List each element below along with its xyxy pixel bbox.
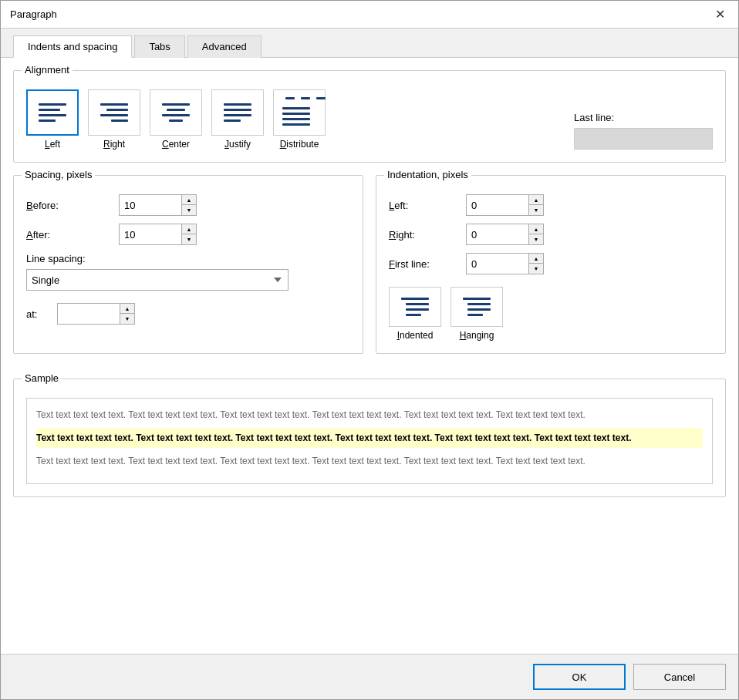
alignment-buttons-row: Left Right bbox=[26, 89, 713, 150]
align-center-button[interactable]: Center bbox=[150, 89, 202, 150]
after-label: After: bbox=[26, 229, 119, 241]
spacing-section: Spacing, pixels Before: ▲ ▼ After: bbox=[13, 175, 363, 354]
sample-box: Text text text text text. Text text text… bbox=[26, 398, 713, 484]
align-center-label: Center bbox=[162, 139, 190, 150]
last-line-select[interactable] bbox=[574, 128, 713, 150]
at-input[interactable] bbox=[58, 304, 120, 324]
before-label: Before: bbox=[26, 200, 119, 211]
line-spacing-select[interactable]: Single 1.5 lines Double At least Exactly… bbox=[26, 269, 289, 291]
line-spacing-label: Line spacing: bbox=[26, 253, 86, 264]
indent-right-input[interactable] bbox=[467, 224, 528, 244]
indent-right-row: Right: ▲ ▼ bbox=[389, 224, 713, 245]
align-right-label: Right bbox=[103, 139, 125, 150]
before-input[interactable] bbox=[120, 195, 181, 215]
align-distribute-label: Distribute bbox=[280, 139, 319, 150]
align-right-button[interactable]: Right bbox=[88, 89, 140, 150]
indent-left-increment[interactable]: ▲ bbox=[529, 195, 543, 205]
after-increment[interactable]: ▲ bbox=[182, 224, 196, 234]
sample-para-2: Text text text text text. Text text text… bbox=[36, 428, 703, 448]
alignment-section: Alignment Left bbox=[13, 70, 726, 163]
align-left-icon bbox=[26, 89, 79, 136]
tab-advanced[interactable]: Advanced bbox=[187, 35, 262, 58]
indent-right-label: Right: bbox=[389, 229, 466, 241]
sample-label: Sample bbox=[22, 372, 62, 384]
indent-left-decrement[interactable]: ▼ bbox=[529, 205, 543, 215]
tab-tabs[interactable]: Tabs bbox=[134, 35, 184, 58]
tab-indents-and-spacing[interactable]: Indents and spacing bbox=[13, 35, 132, 58]
hanging-icon bbox=[450, 287, 503, 327]
indent-left-row: Left: ▲ ▼ bbox=[389, 194, 713, 216]
last-line-section: Last line: bbox=[574, 112, 713, 150]
at-label: at: bbox=[26, 308, 57, 320]
alignment-section-label: Alignment bbox=[22, 64, 73, 76]
align-justify-icon bbox=[211, 89, 264, 136]
align-justify-label: Justify bbox=[224, 139, 251, 150]
indent-left-input[interactable] bbox=[467, 195, 528, 215]
first-line-row: First line: ▲ ▼ bbox=[389, 253, 713, 274]
dialog-footer: OK Cancel bbox=[1, 654, 738, 699]
hanging-label: Hanging bbox=[460, 330, 494, 341]
indent-right-decrement[interactable]: ▼ bbox=[529, 234, 543, 244]
hanging-button[interactable]: Hanging bbox=[450, 287, 503, 341]
after-input[interactable] bbox=[120, 224, 181, 244]
tab-content: Alignment Left bbox=[1, 58, 738, 654]
spacing-indentation-row: Spacing, pixels Before: ▲ ▼ After: bbox=[13, 175, 726, 366]
sample-para-1: Text text text text text. Text text text… bbox=[36, 408, 703, 422]
indent-style-buttons: Indented Hanging bbox=[389, 287, 713, 341]
before-increment[interactable]: ▲ bbox=[182, 195, 196, 205]
cancel-button[interactable]: Cancel bbox=[633, 664, 726, 690]
indent-left-spinbox: ▲ ▼ bbox=[466, 194, 544, 216]
after-decrement[interactable]: ▼ bbox=[182, 234, 196, 244]
indented-icon bbox=[389, 287, 441, 327]
after-spinbox: ▲ ▼ bbox=[119, 224, 197, 245]
first-line-decrement[interactable]: ▼ bbox=[529, 264, 543, 274]
indent-left-label: Left: bbox=[389, 200, 466, 211]
at-row: at: ▲ ▼ bbox=[26, 303, 350, 325]
paragraph-dialog: Paragraph ✕ Indents and spacing Tabs Adv… bbox=[0, 0, 739, 700]
first-line-increment[interactable]: ▲ bbox=[529, 254, 543, 264]
after-row: After: ▲ ▼ bbox=[26, 224, 350, 245]
align-left-label: Left bbox=[45, 139, 60, 150]
at-increment[interactable]: ▲ bbox=[120, 304, 134, 314]
ok-button[interactable]: OK bbox=[533, 664, 626, 690]
align-right-icon bbox=[88, 89, 140, 136]
line-spacing-label-row: Line spacing: bbox=[26, 253, 350, 264]
before-row: Before: ▲ ▼ bbox=[26, 194, 350, 216]
indented-button[interactable]: Indented bbox=[389, 287, 441, 341]
indent-right-spinbox: ▲ ▼ bbox=[466, 224, 544, 245]
first-line-label: First line: bbox=[389, 258, 466, 270]
align-center-icon bbox=[150, 89, 202, 136]
align-left-button[interactable]: Left bbox=[26, 89, 79, 150]
close-button[interactable]: ✕ bbox=[710, 5, 729, 24]
last-line-label: Last line: bbox=[574, 112, 713, 123]
align-distribute-icon bbox=[273, 89, 326, 136]
indent-right-increment[interactable]: ▲ bbox=[529, 224, 543, 234]
align-distribute-button[interactable]: Distribute bbox=[273, 89, 326, 150]
line-spacing-select-wrapper: Single 1.5 lines Double At least Exactly… bbox=[26, 269, 350, 298]
sample-section: Sample Text text text text text. Text te… bbox=[13, 379, 726, 497]
tab-bar: Indents and spacing Tabs Advanced bbox=[1, 29, 738, 58]
align-justify-button[interactable]: Justify bbox=[211, 89, 264, 150]
title-bar: Paragraph ✕ bbox=[1, 1, 738, 29]
sample-para-3: Text text text text text. Text text text… bbox=[36, 454, 703, 468]
before-spinbox: ▲ ▼ bbox=[119, 194, 197, 216]
dialog-title: Paragraph bbox=[10, 8, 57, 20]
at-decrement[interactable]: ▼ bbox=[120, 314, 134, 324]
first-line-input[interactable] bbox=[467, 254, 528, 274]
at-spinbox: ▲ ▼ bbox=[57, 303, 135, 325]
indentation-section-label: Indentation, pixels bbox=[384, 169, 471, 180]
indentation-section: Indentation, pixels Left: ▲ ▼ Right: bbox=[376, 175, 726, 354]
first-line-spinbox: ▲ ▼ bbox=[466, 253, 544, 274]
indented-label: Indented bbox=[397, 330, 434, 341]
before-decrement[interactable]: ▼ bbox=[182, 205, 196, 215]
spacing-section-label: Spacing, pixels bbox=[22, 169, 95, 180]
